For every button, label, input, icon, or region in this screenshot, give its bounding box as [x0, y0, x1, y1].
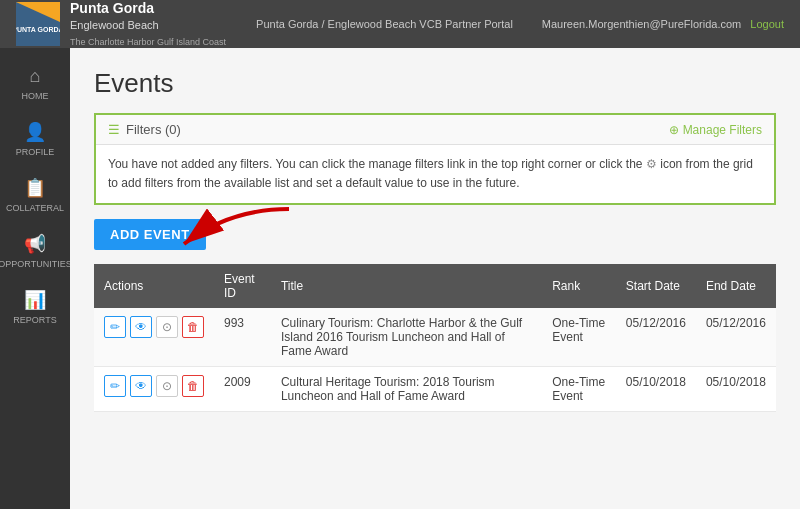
sidebar-item-opportunities-label: OPPORTUNITIES: [0, 259, 72, 269]
delete-button-2[interactable]: 🗑: [182, 375, 204, 397]
sidebar: ⌂ HOME 👤 PROFILE 📋 COLLATERAL 📢 OPPORTUN…: [0, 48, 70, 509]
manage-icon: ⊕: [669, 123, 679, 137]
logout-link[interactable]: Logout: [750, 18, 784, 30]
view-button-1[interactable]: 👁: [130, 316, 152, 338]
filters-body: You have not added any filters. You can …: [96, 145, 774, 203]
sidebar-item-collateral-label: COLLATERAL: [6, 203, 64, 213]
logo-subtitle: Englewood Beach: [70, 19, 159, 31]
edit-button-2[interactable]: ✏: [104, 375, 126, 397]
sidebar-item-home[interactable]: ⌂ HOME: [0, 56, 70, 111]
page-title: Events: [94, 68, 776, 99]
filters-box: ☰ Filters (0) ⊕ Manage Filters You have …: [94, 113, 776, 205]
row2-rank: One-Time Event: [542, 367, 616, 412]
logo-badge: PUNTA GORDA: [16, 2, 60, 46]
sidebar-item-reports[interactable]: 📊 REPORTS: [0, 279, 70, 335]
row1-actions: ✏ 👁 ⊙ 🗑: [94, 308, 214, 367]
sidebar-item-collateral[interactable]: 📋 COLLATERAL: [0, 167, 70, 223]
events-table: Actions Event ID Title Rank Start Date E…: [94, 264, 776, 412]
edit-button-1[interactable]: ✏: [104, 316, 126, 338]
col-end-date: End Date: [696, 264, 776, 308]
opportunities-icon: 📢: [24, 233, 46, 255]
delete-button-1[interactable]: 🗑: [182, 316, 204, 338]
col-title: Title: [271, 264, 542, 308]
row1-event-id: 993: [214, 308, 271, 367]
reports-icon: 📊: [24, 289, 46, 311]
collateral-icon: 📋: [24, 177, 46, 199]
filters-label: Filters (0): [126, 122, 181, 137]
manage-filters-label: Manage Filters: [683, 123, 762, 137]
sidebar-item-home-label: HOME: [22, 91, 49, 101]
main-content: Events ☰ Filters (0) ⊕ Manage Filters Yo…: [70, 48, 800, 509]
logo-title: Punta Gorda: [70, 0, 154, 16]
action-icons: ✏ 👁 ⊙ 🗑: [104, 316, 204, 338]
sidebar-item-opportunities[interactable]: 📢 OPPORTUNITIES: [0, 223, 70, 279]
row2-event-id: 2009: [214, 367, 271, 412]
header-right: Maureen.Morgenthien@PureFlorida.com Logo…: [542, 18, 784, 30]
gear-icon: ⚙: [646, 157, 657, 171]
copy-button-2[interactable]: ⊙: [156, 375, 178, 397]
view-button-2[interactable]: 👁: [130, 375, 152, 397]
row1-start-date: 05/12/2016: [616, 308, 696, 367]
row2-end-date: 05/10/2018: [696, 367, 776, 412]
row2-actions: ✏ 👁 ⊙ 🗑: [94, 367, 214, 412]
filters-header: ☰ Filters (0) ⊕ Manage Filters: [96, 115, 774, 145]
home-icon: ⌂: [30, 66, 41, 87]
table-header: Actions Event ID Title Rank Start Date E…: [94, 264, 776, 308]
filters-help-text: You have not added any filters. You can …: [108, 157, 753, 190]
manage-filters-link[interactable]: ⊕ Manage Filters: [669, 123, 762, 137]
sidebar-item-reports-label: REPORTS: [13, 315, 56, 325]
row2-start-date: 05/10/2018: [616, 367, 696, 412]
layout: ⌂ HOME 👤 PROFILE 📋 COLLATERAL 📢 OPPORTUN…: [0, 48, 800, 509]
top-header: PUNTA GORDA Punta Gorda Englewood Beach …: [0, 0, 800, 48]
table-row: ✏ 👁 ⊙ 🗑 2009 Cultural Heritage Tourism: …: [94, 367, 776, 412]
col-event-id: Event ID: [214, 264, 271, 308]
col-rank: Rank: [542, 264, 616, 308]
col-actions: Actions: [94, 264, 214, 308]
filters-title: ☰ Filters (0): [108, 122, 181, 137]
table-body: ✏ 👁 ⊙ 🗑 993 Culinary Tourism: Charlotte …: [94, 308, 776, 412]
user-email: Maureen.Morgenthien@PureFlorida.com: [542, 18, 741, 30]
row1-title: Culinary Tourism: Charlotte Harbor & the…: [271, 308, 542, 367]
table-row: ✏ 👁 ⊙ 🗑 993 Culinary Tourism: Charlotte …: [94, 308, 776, 367]
row1-end-date: 05/12/2016: [696, 308, 776, 367]
logo-text: Punta Gorda Englewood Beach The Charlott…: [70, 0, 226, 49]
add-event-button[interactable]: ADD EVENT: [94, 219, 206, 250]
filter-icon: ☰: [108, 122, 120, 137]
logo-sub: The Charlotte Harbor Gulf Island Coast: [70, 37, 226, 47]
breadcrumb: Punta Gorda / Englewood Beach VCB Partne…: [256, 18, 513, 30]
add-event-area: ADD EVENT: [94, 219, 206, 264]
row2-title: Cultural Heritage Tourism: 2018 Tourism …: [271, 367, 542, 412]
logo-area: PUNTA GORDA Punta Gorda Englewood Beach …: [16, 0, 513, 49]
col-start-date: Start Date: [616, 264, 696, 308]
action-icons: ✏ 👁 ⊙ 🗑: [104, 375, 204, 397]
row1-rank: One-Time Event: [542, 308, 616, 367]
profile-icon: 👤: [24, 121, 46, 143]
svg-text:PUNTA GORDA: PUNTA GORDA: [16, 26, 60, 33]
sidebar-item-profile[interactable]: 👤 PROFILE: [0, 111, 70, 167]
table-header-row: Actions Event ID Title Rank Start Date E…: [94, 264, 776, 308]
sidebar-item-profile-label: PROFILE: [16, 147, 55, 157]
copy-button-1[interactable]: ⊙: [156, 316, 178, 338]
